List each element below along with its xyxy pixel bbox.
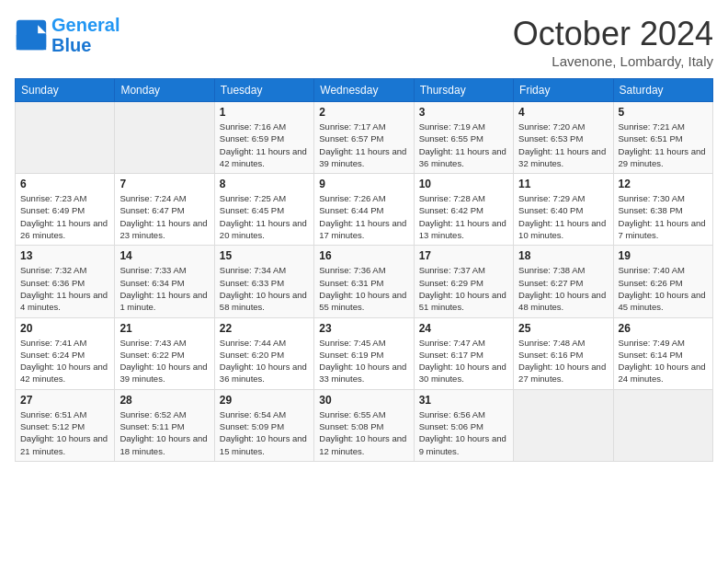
weekday-header-friday: Friday	[514, 79, 613, 102]
day-number: 14	[119, 249, 209, 262]
day-info: Sunrise: 7:19 AMSunset: 6:55 PMDaylight:…	[419, 121, 508, 169]
day-info: Sunrise: 6:54 AMSunset: 5:09 PMDaylight:…	[220, 408, 309, 457]
day-cell: 8Sunrise: 7:25 AMSunset: 6:45 PMDaylight…	[214, 174, 313, 246]
logo-line2: Blue	[51, 35, 91, 55]
day-number: 4	[518, 106, 608, 119]
day-info: Sunrise: 7:24 AMSunset: 6:47 PMDaylight:…	[119, 192, 209, 241]
day-cell: 30Sunrise: 6:55 AMSunset: 5:08 PMDayligh…	[314, 389, 414, 461]
logo-line1: General	[51, 15, 119, 35]
day-info: Sunrise: 7:43 AMSunset: 6:22 PMDaylight:…	[119, 337, 209, 385]
day-cell: 2Sunrise: 7:17 AMSunset: 6:57 PMDaylight…	[314, 102, 414, 174]
day-number: 9	[319, 178, 408, 190]
day-cell: 6Sunrise: 7:23 AMSunset: 6:49 PMDaylight…	[16, 174, 115, 246]
day-cell: 1Sunrise: 7:16 AMSunset: 6:59 PMDaylight…	[214, 102, 313, 174]
logo-icon	[15, 18, 48, 52]
day-info: Sunrise: 7:49 AMSunset: 6:14 PMDaylight:…	[619, 337, 708, 385]
day-cell: 21Sunrise: 7:43 AMSunset: 6:22 PMDayligh…	[115, 317, 214, 389]
day-number: 1	[220, 106, 309, 119]
calendar-table: SundayMondayTuesdayWednesdayThursdayFrid…	[15, 78, 713, 462]
day-number: 12	[619, 178, 708, 190]
day-number: 10	[419, 178, 508, 190]
day-cell: 28Sunrise: 6:52 AMSunset: 5:11 PMDayligh…	[115, 389, 214, 461]
logo-text: General Blue	[51, 15, 119, 55]
day-info: Sunrise: 7:32 AMSunset: 6:36 PMDaylight:…	[20, 264, 109, 313]
day-number: 16	[319, 249, 408, 262]
weekday-header-sunday: Sunday	[16, 79, 115, 102]
day-cell	[514, 389, 613, 461]
day-cell	[613, 389, 712, 461]
day-cell: 23Sunrise: 7:45 AMSunset: 6:19 PMDayligh…	[314, 317, 414, 389]
day-cell: 3Sunrise: 7:19 AMSunset: 6:55 PMDaylight…	[414, 102, 513, 174]
day-info: Sunrise: 7:45 AMSunset: 6:19 PMDaylight:…	[319, 337, 408, 385]
day-cell: 20Sunrise: 7:41 AMSunset: 6:24 PMDayligh…	[16, 317, 115, 389]
week-row-1: 1Sunrise: 7:16 AMSunset: 6:59 PMDaylight…	[16, 102, 713, 174]
day-number: 7	[119, 178, 209, 190]
day-number: 23	[319, 322, 408, 335]
day-info: Sunrise: 7:21 AMSunset: 6:51 PMDaylight:…	[619, 121, 708, 169]
day-info: Sunrise: 7:17 AMSunset: 6:57 PMDaylight:…	[319, 121, 408, 169]
day-cell: 10Sunrise: 7:28 AMSunset: 6:42 PMDayligh…	[414, 174, 513, 246]
day-number: 28	[119, 394, 209, 407]
day-number: 26	[619, 322, 708, 335]
weekday-header-saturday: Saturday	[613, 79, 712, 102]
day-info: Sunrise: 7:16 AMSunset: 6:59 PMDaylight:…	[220, 121, 309, 169]
day-info: Sunrise: 7:20 AMSunset: 6:53 PMDaylight:…	[518, 121, 608, 169]
day-cell: 25Sunrise: 7:48 AMSunset: 6:16 PMDayligh…	[514, 317, 613, 389]
weekday-header-tuesday: Tuesday	[214, 79, 313, 102]
day-info: Sunrise: 6:56 AMSunset: 5:06 PMDaylight:…	[419, 408, 508, 457]
day-info: Sunrise: 7:37 AMSunset: 6:29 PMDaylight:…	[419, 264, 508, 313]
day-info: Sunrise: 7:25 AMSunset: 6:45 PMDaylight:…	[220, 192, 309, 241]
day-cell	[115, 102, 214, 174]
day-cell	[16, 102, 115, 174]
day-info: Sunrise: 6:51 AMSunset: 5:12 PMDaylight:…	[20, 408, 109, 457]
day-number: 22	[220, 322, 309, 335]
logo: General Blue	[15, 15, 119, 55]
week-row-3: 13Sunrise: 7:32 AMSunset: 6:36 PMDayligh…	[16, 246, 713, 317]
week-row-4: 20Sunrise: 7:41 AMSunset: 6:24 PMDayligh…	[16, 317, 713, 389]
day-number: 11	[518, 178, 608, 190]
day-cell: 9Sunrise: 7:26 AMSunset: 6:44 PMDaylight…	[314, 174, 414, 246]
day-info: Sunrise: 7:30 AMSunset: 6:38 PMDaylight:…	[619, 192, 708, 241]
day-info: Sunrise: 7:26 AMSunset: 6:44 PMDaylight:…	[319, 192, 408, 241]
day-cell: 13Sunrise: 7:32 AMSunset: 6:36 PMDayligh…	[16, 246, 115, 317]
day-info: Sunrise: 7:34 AMSunset: 6:33 PMDaylight:…	[220, 264, 309, 313]
month-title: October 2024	[513, 15, 713, 53]
day-cell: 26Sunrise: 7:49 AMSunset: 6:14 PMDayligh…	[613, 317, 712, 389]
day-info: Sunrise: 7:23 AMSunset: 6:49 PMDaylight:…	[20, 192, 109, 241]
day-number: 24	[419, 322, 508, 335]
day-info: Sunrise: 7:36 AMSunset: 6:31 PMDaylight:…	[319, 264, 408, 313]
day-info: Sunrise: 7:33 AMSunset: 6:34 PMDaylight:…	[119, 264, 209, 313]
day-number: 2	[319, 106, 408, 119]
week-row-5: 27Sunrise: 6:51 AMSunset: 5:12 PMDayligh…	[16, 389, 713, 461]
svg-rect-2	[17, 35, 46, 50]
day-number: 6	[20, 178, 109, 190]
day-number: 21	[119, 322, 209, 335]
day-number: 31	[419, 394, 508, 407]
day-number: 3	[419, 106, 508, 119]
day-info: Sunrise: 7:28 AMSunset: 6:42 PMDaylight:…	[419, 192, 508, 241]
day-cell: 17Sunrise: 7:37 AMSunset: 6:29 PMDayligh…	[414, 246, 513, 317]
day-info: Sunrise: 7:44 AMSunset: 6:20 PMDaylight:…	[220, 337, 309, 385]
day-number: 18	[518, 249, 608, 262]
weekday-header-monday: Monday	[115, 79, 214, 102]
day-number: 13	[20, 249, 109, 262]
day-cell: 11Sunrise: 7:29 AMSunset: 6:40 PMDayligh…	[514, 174, 613, 246]
day-cell: 24Sunrise: 7:47 AMSunset: 6:17 PMDayligh…	[414, 317, 513, 389]
day-number: 25	[518, 322, 608, 335]
page-header: General Blue October 2024 Lavenone, Lomb…	[15, 15, 713, 69]
day-info: Sunrise: 7:41 AMSunset: 6:24 PMDaylight:…	[20, 337, 109, 385]
weekday-header-row: SundayMondayTuesdayWednesdayThursdayFrid…	[16, 79, 713, 102]
day-cell: 4Sunrise: 7:20 AMSunset: 6:53 PMDaylight…	[514, 102, 613, 174]
day-number: 30	[319, 394, 408, 407]
day-cell: 19Sunrise: 7:40 AMSunset: 6:26 PMDayligh…	[613, 246, 712, 317]
day-cell: 5Sunrise: 7:21 AMSunset: 6:51 PMDaylight…	[613, 102, 712, 174]
day-number: 29	[220, 394, 309, 407]
title-block: October 2024 Lavenone, Lombardy, Italy	[513, 15, 713, 69]
day-number: 15	[220, 249, 309, 262]
day-info: Sunrise: 7:29 AMSunset: 6:40 PMDaylight:…	[518, 192, 608, 241]
day-info: Sunrise: 7:48 AMSunset: 6:16 PMDaylight:…	[518, 337, 608, 385]
day-cell: 27Sunrise: 6:51 AMSunset: 5:12 PMDayligh…	[16, 389, 115, 461]
day-cell: 22Sunrise: 7:44 AMSunset: 6:20 PMDayligh…	[214, 317, 313, 389]
week-row-2: 6Sunrise: 7:23 AMSunset: 6:49 PMDaylight…	[16, 174, 713, 246]
day-number: 19	[619, 249, 708, 262]
